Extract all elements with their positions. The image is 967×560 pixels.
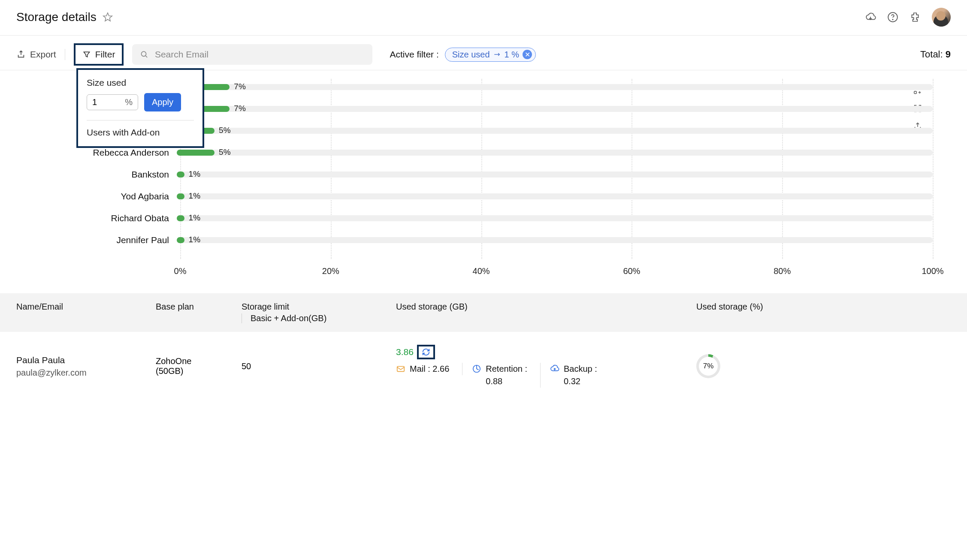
x-tick: 80% [774, 266, 791, 276]
filter-panel-title: Size used [87, 78, 194, 88]
size-used-input[interactable] [92, 97, 109, 107]
col-name: Name/Email [16, 302, 156, 323]
active-filter-label: Active filter : [390, 49, 438, 60]
active-filter: Active filter : Size used 1 % ✕ [390, 48, 536, 62]
bar-label: Rebecca Anderson [17, 148, 177, 158]
svg-point-2 [892, 19, 893, 20]
usage-ring: 7% [696, 354, 720, 378]
svg-marker-0 [103, 13, 112, 21]
apply-button[interactable]: Apply [144, 93, 181, 111]
x-tick: 40% [473, 266, 490, 276]
breakdown-retention: Retention : 0.88 [472, 363, 541, 388]
backup-icon [550, 364, 559, 373]
chart-bar-row: Yod Agbaria1% [17, 190, 933, 203]
chip-value: 1 % [505, 50, 519, 60]
x-tick: 20% [322, 266, 339, 276]
table-header: Name/Email Base plan Storage limit Basic… [0, 293, 967, 332]
mail-icon [396, 364, 405, 373]
bar-label: Yod Agbaria [17, 191, 177, 202]
x-tick: 0% [174, 266, 187, 276]
chip-prefix: Size used [452, 50, 490, 60]
x-tick: 60% [623, 266, 640, 276]
user-email: paula@zylker.com [16, 368, 156, 378]
col-used: Used storage (GB) [396, 302, 696, 323]
users-with-addon-option[interactable]: Users with Add-on [87, 120, 194, 138]
search-input[interactable] [155, 49, 365, 60]
svg-point-3 [142, 51, 146, 56]
page-title: Storage details [16, 10, 97, 24]
storage-limit: 50 [242, 361, 396, 371]
used-total: 3.86 [396, 347, 414, 357]
percent-label: % [125, 97, 133, 107]
chip-remove-icon[interactable]: ✕ [523, 50, 532, 59]
size-used-input-wrap[interactable]: % [87, 94, 138, 110]
search-icon [140, 50, 149, 59]
bar-value: 7% [234, 104, 245, 113]
chart-bar-row: Jennifer Paul1% [17, 234, 933, 247]
arrow-right-icon [493, 51, 501, 57]
svg-rect-7 [397, 367, 405, 372]
filter-label: Filter [95, 49, 115, 60]
usage-pct: 7% [699, 357, 718, 376]
plan-name: ZohoOne [156, 356, 242, 366]
toolbar: Export Filter Active filter : Size used … [0, 36, 967, 70]
chart-bar-row: Bankston1% [17, 168, 933, 181]
bar-value: 1% [189, 169, 200, 179]
bar-value: 1% [189, 235, 200, 244]
chart-bar-row: Richard Obata1% [17, 212, 933, 225]
refresh-icon [421, 347, 431, 357]
filter-chip[interactable]: Size used 1 % ✕ [445, 48, 536, 62]
user-name: Paula Paula [16, 355, 156, 365]
col-limit: Storage limit Basic + Add-on(GB) [242, 302, 396, 323]
help-icon[interactable] [887, 12, 898, 23]
bar-value: 1% [189, 213, 200, 223]
search-field[interactable] [132, 44, 372, 65]
page-header: Storage details [0, 0, 967, 36]
bar-value: 7% [234, 82, 245, 91]
bar-value: 1% [189, 191, 200, 201]
retention-icon [472, 364, 481, 373]
plan-size: (50GB) [156, 366, 242, 376]
export-label: Export [30, 49, 56, 60]
bar-label: Jennifer Paul [17, 235, 177, 245]
col-pct: Used storage (%) [696, 302, 774, 323]
x-tick: 100% [922, 266, 943, 276]
export-button[interactable]: Export [16, 49, 56, 60]
bar-value: 5% [219, 126, 230, 135]
extension-icon[interactable] [910, 12, 921, 23]
bar-label: Richard Obata [17, 213, 177, 223]
filter-panel: Size used % Apply Users with Add-on [76, 68, 204, 148]
bar-label: Bankston [17, 169, 177, 180]
download-cloud-icon[interactable] [865, 12, 876, 23]
refresh-button[interactable] [417, 345, 435, 359]
avatar[interactable] [932, 8, 951, 27]
table-row: Paula Paula paula@zylker.com ZohoOne (50… [0, 332, 967, 400]
divider [65, 49, 65, 60]
chart-body: 0%20%40%60%80%100%7%7%Amelia Burrows5%Re… [180, 79, 933, 276]
breakdown-backup: Backup : 0.32 [550, 363, 610, 388]
bar-value: 5% [219, 148, 230, 157]
total-count: Total: 9 [920, 49, 951, 60]
breakdown-mail: Mail : 2.66 [396, 363, 462, 375]
filter-button[interactable]: Filter [74, 43, 124, 66]
star-icon[interactable] [103, 12, 113, 22]
chart-bar-row: Rebecca Anderson5% [17, 146, 933, 159]
col-plan: Base plan [156, 302, 242, 323]
